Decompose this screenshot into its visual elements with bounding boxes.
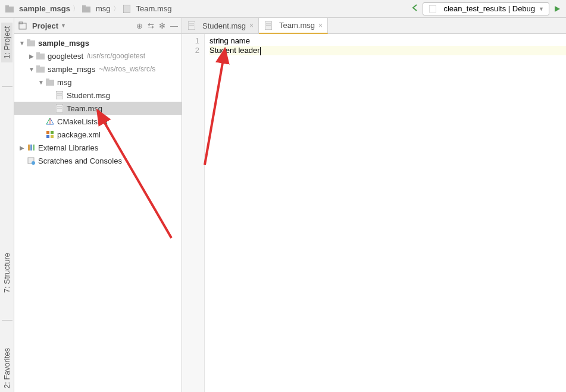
svg-rect-9 [27, 39, 30, 42]
tree-item[interactable]: Scratches and Consoles [14, 154, 182, 167]
run-toolbar: clean_test_results | Debug ▼ [411, 2, 561, 15]
file-icon [55, 104, 64, 113]
breadcrumb-item-file[interactable]: Team.msg [122, 4, 172, 14]
tree-item-label: sample_msgs [48, 65, 95, 74]
chevron-right-icon: 〉 [73, 4, 79, 13]
svg-rect-22 [46, 131, 49, 134]
tree-item-label: CMakeLists.txt [57, 117, 108, 126]
divider [2, 320, 12, 321]
breadcrumb-label: sample_msgs [19, 4, 70, 13]
file-icon [55, 90, 64, 100]
chevron-right-icon: 〉 [113, 4, 120, 13]
expand-arrow-icon[interactable]: ▶ [18, 145, 26, 151]
tree-item[interactable]: ▼sample_msgs [14, 36, 182, 49]
config-icon [428, 4, 437, 14]
tree-item[interactable]: ▼sample_msgs~/ws/ros_ws/src/s [14, 62, 182, 76]
line-number: 2 [182, 46, 199, 55]
file-icon [264, 21, 273, 30]
breadcrumb-label: Team.msg [136, 4, 172, 13]
folder-icon [5, 4, 14, 14]
tree-item[interactable]: package.xml [14, 128, 182, 141]
breadcrumb: sample_msgs 〉 msg 〉 Team.msg [5, 4, 408, 14]
chevron-down-icon: ▼ [61, 23, 66, 29]
expand-arrow-icon[interactable]: ▼ [27, 66, 36, 73]
tree-item[interactable]: ▶External Libraries [14, 141, 182, 154]
caret [260, 47, 261, 55]
panel-toolbar: ⊕ ⇆ ✻ — [136, 21, 178, 30]
close-icon[interactable]: × [249, 21, 254, 30]
main-area: 1: Project 7: Structure 2: Favorites Pro… [0, 18, 566, 392]
file-icon [187, 21, 196, 30]
tool-tab-structure[interactable]: 7: Structure [1, 249, 12, 296]
tool-tab-project[interactable]: 1: Project [1, 23, 12, 62]
tree-item-hint: /usr/src/googletest [87, 52, 145, 60]
svg-rect-23 [51, 131, 54, 134]
svg-rect-5 [429, 5, 436, 12]
close-icon[interactable]: × [318, 21, 323, 30]
project-tree[interactable]: ▼sample_msgs▶googletest/usr/src/googlete… [14, 34, 182, 392]
svg-rect-15 [46, 79, 49, 81]
project-view-selector[interactable]: Project ▼ [18, 21, 66, 30]
tree-item[interactable]: ▶googletest/usr/src/googletest [14, 49, 182, 62]
run-configuration-selector[interactable]: clean_test_results | Debug ▼ [423, 2, 549, 15]
tree-item[interactable]: Team.msg [14, 102, 182, 115]
tree-item[interactable]: CMakeLists.txt [14, 115, 182, 128]
editor-tab[interactable]: Team.msg× [259, 18, 328, 34]
project-panel-header: Project ▼ ⊕ ⇆ ✻ — [14, 18, 182, 34]
run-button[interactable] [553, 5, 561, 13]
breadcrumb-item-folder[interactable]: msg [82, 4, 111, 14]
back-run-icon[interactable] [411, 4, 419, 14]
expand-arrow-icon[interactable]: ▶ [27, 53, 36, 59]
code-editor[interactable]: string nameStudent leader [205, 34, 566, 392]
svg-rect-11 [36, 52, 40, 55]
project-icon [18, 21, 27, 30]
folder-icon [45, 77, 55, 87]
lib-icon [26, 143, 36, 152]
panel-title-label: Project [32, 21, 58, 30]
tree-item-label: Student.msg [67, 91, 110, 100]
tree-item-label: googletest [48, 52, 83, 61]
tool-tab-favorites[interactable]: 2: Favorites [1, 344, 12, 392]
svg-point-30 [32, 161, 35, 165]
breadcrumb-label: msg [96, 4, 111, 13]
folder-icon [36, 64, 45, 74]
svg-rect-28 [33, 145, 35, 150]
navigation-bar: sample_msgs 〉 msg 〉 Team.msg clean_test_… [0, 0, 566, 18]
svg-rect-25 [51, 135, 54, 138]
code-line[interactable]: Student leader [209, 46, 566, 55]
divider [2, 86, 12, 87]
folder-icon [36, 51, 45, 61]
tree-item-label: Team.msg [67, 104, 102, 113]
breadcrumb-item-root[interactable]: sample_msgs [5, 4, 70, 14]
tree-item[interactable]: ▼msg [14, 76, 182, 89]
tree-item-label: package.xml [57, 130, 101, 139]
xml-icon [45, 130, 55, 139]
left-tool-strip: 1: Project 7: Structure 2: Favorites [0, 18, 14, 392]
run-config-label: clean_test_results | Debug [443, 4, 535, 13]
line-number: 1 [182, 36, 199, 46]
editor-body: 12 string nameStudent leader [182, 34, 566, 392]
editor-tab-bar: Student.msg×Team.msg× [182, 18, 566, 34]
code-line[interactable]: string name [209, 36, 566, 46]
annotation-arrow [199, 40, 246, 171]
tree-item-label: Scratches and Consoles [38, 156, 122, 165]
svg-rect-27 [30, 145, 32, 150]
expand-arrow-icon[interactable]: ▼ [18, 40, 26, 46]
locate-icon[interactable]: ⊕ [136, 21, 143, 30]
svg-rect-24 [46, 135, 49, 138]
editor-tab[interactable]: Student.msg× [182, 18, 259, 33]
svg-rect-4 [123, 5, 130, 13]
svg-rect-3 [82, 5, 86, 8]
gear-icon[interactable]: ✻ [159, 21, 165, 30]
editor-tab-label: Team.msg [279, 21, 315, 30]
cmake-icon [45, 117, 55, 126]
collapse-icon[interactable]: ⇆ [148, 21, 154, 30]
editor-area: Student.msg×Team.msg× 12 string nameStud… [182, 18, 566, 392]
expand-arrow-icon[interactable]: ▼ [37, 79, 45, 86]
tree-item[interactable]: Student.msg [14, 89, 182, 102]
editor-tab-label: Student.msg [202, 21, 246, 30]
svg-rect-13 [36, 65, 40, 68]
file-icon [122, 4, 132, 14]
hide-icon[interactable]: — [170, 21, 178, 30]
tree-item-label: sample_msgs [38, 39, 89, 48]
